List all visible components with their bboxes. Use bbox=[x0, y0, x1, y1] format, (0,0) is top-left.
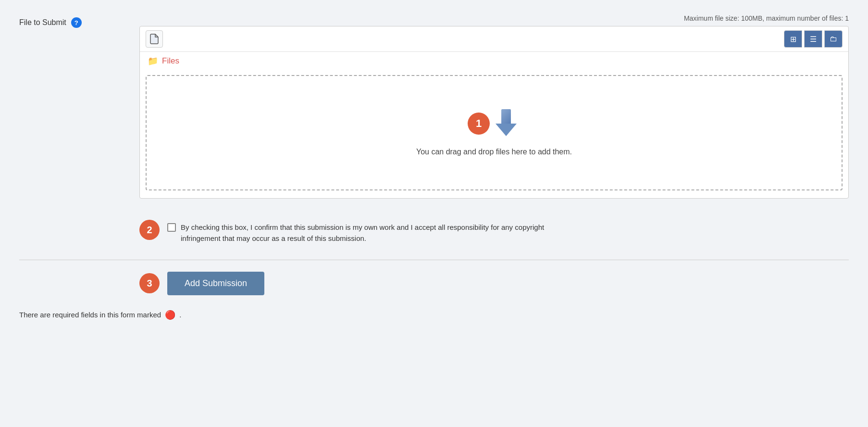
folder-view-button[interactable]: 🗀 bbox=[824, 30, 843, 48]
field-label: File to Submit bbox=[19, 18, 66, 27]
drop-zone-text: You can drag and drop files here to add … bbox=[416, 148, 572, 156]
file-area: Maximum file size: 100MB, maximum number… bbox=[139, 14, 849, 199]
required-icon: 🔴 bbox=[165, 310, 175, 320]
grid-view-button[interactable]: ⊞ bbox=[784, 30, 802, 48]
step1-badge: 1 bbox=[468, 113, 490, 135]
drop-icons: 1 bbox=[468, 109, 521, 138]
files-breadcrumb: 📁 Files bbox=[140, 52, 848, 71]
new-file-button[interactable] bbox=[146, 30, 163, 48]
download-arrow-icon bbox=[492, 109, 521, 138]
folder-icon: 📁 bbox=[148, 56, 158, 66]
help-icon[interactable]: ? bbox=[71, 17, 82, 28]
file-widget: ⊞ ☰ 🗀 📁 Files 1 You can d bbox=[139, 26, 849, 199]
required-notice: There are required fields in this form m… bbox=[19, 310, 849, 320]
consent-text: By checking this box, I confirm that thi… bbox=[181, 222, 575, 244]
file-constraints: Maximum file size: 100MB, maximum number… bbox=[139, 14, 849, 22]
drop-zone[interactable]: 1 You can drag and drop files here to ad… bbox=[146, 75, 843, 190]
file-widget-toolbar: ⊞ ☰ 🗀 bbox=[140, 26, 848, 52]
view-buttons: ⊞ ☰ 🗀 bbox=[784, 30, 843, 48]
add-submission-button[interactable]: Add Submission bbox=[167, 272, 264, 295]
consent-row: 2 By checking this box, I confirm that t… bbox=[139, 210, 849, 256]
consent-input-area: By checking this box, I confirm that thi… bbox=[167, 222, 575, 244]
step2-wrapper: 2 bbox=[139, 220, 160, 240]
step3-badge: 3 bbox=[139, 273, 160, 293]
field-label-area: File to Submit ? bbox=[19, 14, 125, 28]
submit-row: 3 Add Submission bbox=[139, 272, 849, 295]
required-text-before: There are required fields in this form m… bbox=[19, 311, 161, 319]
step2-badge: 2 bbox=[139, 220, 160, 240]
required-text-after: . bbox=[179, 311, 181, 319]
consent-checkbox[interactable] bbox=[167, 223, 176, 232]
files-label[interactable]: Files bbox=[162, 56, 179, 66]
list-view-button[interactable]: ☰ bbox=[804, 30, 822, 48]
file-to-submit-row: File to Submit ? Maximum file size: 100M… bbox=[19, 14, 849, 199]
section-divider bbox=[19, 260, 849, 260]
